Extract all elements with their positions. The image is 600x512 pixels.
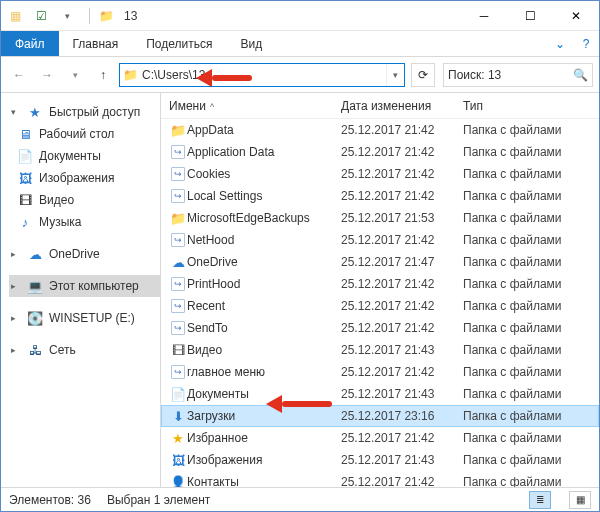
file-row[interactable]: ⬇Загрузки25.12.2017 23:16Папка с файлами bbox=[161, 405, 599, 427]
close-button[interactable]: ✕ bbox=[553, 1, 599, 31]
file-date: 25.12.2017 21:53 bbox=[341, 211, 463, 225]
link-icon: ↪ bbox=[169, 276, 187, 292]
window-title: 13 bbox=[124, 9, 137, 23]
refresh-button[interactable]: ⟳ bbox=[411, 63, 435, 87]
navitem-label: Документы bbox=[39, 149, 101, 163]
view-icons-button[interactable]: ▦ bbox=[569, 491, 591, 509]
explorer-window: ▦ ☑ ▾ 📁 13 ─ ☐ ✕ Файл Главная Поделиться… bbox=[0, 0, 600, 512]
navitem-label: Быстрый доступ bbox=[49, 105, 140, 119]
navigation-pane: ▾ ★ Быстрый доступ 🖥 Рабочий стол 📄 Доку… bbox=[1, 93, 161, 487]
file-name: Local Settings bbox=[187, 189, 341, 203]
chevron-right-icon[interactable]: ▸ bbox=[11, 345, 21, 355]
nav-history-dropdown[interactable]: ▾ bbox=[63, 63, 87, 87]
address-folder-icon: 📁 bbox=[120, 68, 140, 82]
navitem-label: Сеть bbox=[49, 343, 76, 357]
folder-icon: 📁 bbox=[169, 210, 187, 226]
navitem-music[interactable]: ♪ Музыка bbox=[9, 211, 160, 233]
file-type: Папка с файлами bbox=[463, 255, 599, 269]
file-name: Загрузки bbox=[187, 409, 341, 423]
pictures-icon: 🖼 bbox=[17, 170, 33, 186]
file-row[interactable]: ↪Application Data25.12.2017 21:42Папка с… bbox=[161, 141, 599, 163]
file-row[interactable]: ★Избранное25.12.2017 21:42Папка с файлам… bbox=[161, 427, 599, 449]
file-name: Application Data bbox=[187, 145, 341, 159]
navitem-onedrive[interactable]: ▸ ☁ OneDrive bbox=[9, 243, 160, 265]
link-icon: ↪ bbox=[169, 166, 187, 182]
nav-forward-button[interactable]: → bbox=[35, 63, 59, 87]
address-input[interactable] bbox=[140, 64, 386, 86]
search-placeholder: Поиск: 13 bbox=[448, 68, 501, 82]
navitem-drive[interactable]: ▸ 💽 WINSETUP (E:) bbox=[9, 307, 160, 329]
navitem-documents[interactable]: 📄 Документы bbox=[9, 145, 160, 167]
chevron-right-icon[interactable]: ▸ bbox=[11, 281, 21, 291]
search-box[interactable]: Поиск: 13 🔍 bbox=[443, 63, 593, 87]
file-date: 25.12.2017 21:42 bbox=[341, 123, 463, 137]
file-row[interactable]: ↪Recent25.12.2017 21:42Папка с файлами bbox=[161, 295, 599, 317]
navitem-videos[interactable]: 🎞 Видео bbox=[9, 189, 160, 211]
drive-icon: 💽 bbox=[27, 310, 43, 326]
link-icon: ↪ bbox=[169, 298, 187, 314]
file-name: Видео bbox=[187, 343, 341, 357]
minimize-button[interactable]: ─ bbox=[461, 1, 507, 31]
file-date: 25.12.2017 21:42 bbox=[341, 277, 463, 291]
help-icon[interactable]: ? bbox=[573, 31, 599, 56]
nav-back-button[interactable]: ← bbox=[7, 63, 31, 87]
sort-indicator-icon: ^ bbox=[210, 102, 214, 112]
qat-properties-icon[interactable]: ☑ bbox=[33, 8, 49, 24]
file-name: SendTo bbox=[187, 321, 341, 335]
file-row[interactable]: ↪NetHood25.12.2017 21:42Папка с файлами bbox=[161, 229, 599, 251]
tab-share[interactable]: Поделиться bbox=[132, 31, 226, 56]
navitem-label: Изображения bbox=[39, 171, 114, 185]
file-row[interactable]: ↪SendTo25.12.2017 21:42Папка с файлами bbox=[161, 317, 599, 339]
file-row[interactable]: ↪PrintHood25.12.2017 21:42Папка с файлам… bbox=[161, 273, 599, 295]
file-row[interactable]: 🖼Изображения25.12.2017 21:43Папка с файл… bbox=[161, 449, 599, 471]
qat-dropdown-icon[interactable]: ▾ bbox=[59, 8, 75, 24]
file-date: 25.12.2017 21:43 bbox=[341, 453, 463, 467]
file-row[interactable]: 📄Документы25.12.2017 21:43Папка с файлам… bbox=[161, 383, 599, 405]
column-date[interactable]: Дата изменения bbox=[341, 99, 463, 113]
file-row[interactable]: 📁AppData25.12.2017 21:42Папка с файлами bbox=[161, 119, 599, 141]
file-row[interactable]: 📁MicrosoftEdgeBackups25.12.2017 21:53Пап… bbox=[161, 207, 599, 229]
file-row[interactable]: 🎞Видео25.12.2017 21:43Папка с файлами bbox=[161, 339, 599, 361]
column-type[interactable]: Тип bbox=[463, 99, 599, 113]
address-dropdown-icon[interactable]: ▾ bbox=[386, 64, 404, 86]
file-row[interactable]: ↪Local Settings25.12.2017 21:42Папка с ф… bbox=[161, 185, 599, 207]
nav-up-button[interactable]: ↑ bbox=[91, 63, 115, 87]
view-details-button[interactable]: ≣ bbox=[529, 491, 551, 509]
navitem-desktop[interactable]: 🖥 Рабочий стол bbox=[9, 123, 160, 145]
file-row[interactable]: 👤Контакты25.12.2017 21:42Папка с файлами bbox=[161, 471, 599, 487]
file-row[interactable]: ↪главное меню25.12.2017 21:42Папка с фай… bbox=[161, 361, 599, 383]
file-name: Изображения bbox=[187, 453, 341, 467]
navitem-this-pc[interactable]: ▸ 💻 Этот компьютер bbox=[9, 275, 160, 297]
onedrive-icon: ☁ bbox=[169, 254, 187, 270]
navitem-quick-access[interactable]: ▾ ★ Быстрый доступ bbox=[9, 101, 160, 123]
tab-home[interactable]: Главная bbox=[59, 31, 133, 56]
ribbon-expand-icon[interactable]: ⌄ bbox=[547, 31, 573, 56]
address-bar[interactable]: 📁 ▾ bbox=[119, 63, 405, 87]
navitem-label: Этот компьютер bbox=[49, 279, 139, 293]
status-bar: Элементов: 36 Выбран 1 элемент ≣ ▦ bbox=[1, 487, 599, 511]
navitem-label: WINSETUP (E:) bbox=[49, 311, 135, 325]
tab-file[interactable]: Файл bbox=[1, 31, 59, 56]
file-date: 25.12.2017 21:42 bbox=[341, 299, 463, 313]
file-row[interactable]: ↪Cookies25.12.2017 21:42Папка с файлами bbox=[161, 163, 599, 185]
maximize-button[interactable]: ☐ bbox=[507, 1, 553, 31]
navitem-pictures[interactable]: 🖼 Изображения bbox=[9, 167, 160, 189]
file-list[interactable]: 📁AppData25.12.2017 21:42Папка с файлами↪… bbox=[161, 119, 599, 487]
file-list-area: Имени^ Дата изменения Тип 📁AppData25.12.… bbox=[161, 93, 599, 487]
titlebar-folder-icon: 📁 bbox=[98, 8, 114, 24]
ribbon-tabs: Файл Главная Поделиться Вид ⌄ ? bbox=[1, 31, 599, 57]
chevron-right-icon[interactable]: ▸ bbox=[11, 313, 21, 323]
file-row[interactable]: ☁OneDrive25.12.2017 21:47Папка с файлами bbox=[161, 251, 599, 273]
file-date: 25.12.2017 21:42 bbox=[341, 189, 463, 203]
titlebar: ▦ ☑ ▾ 📁 13 ─ ☐ ✕ bbox=[1, 1, 599, 31]
tab-view[interactable]: Вид bbox=[226, 31, 276, 56]
file-type: Папка с файлами bbox=[463, 431, 599, 445]
contacts-icon: 👤 bbox=[169, 474, 187, 487]
chevron-down-icon[interactable]: ▾ bbox=[11, 107, 21, 117]
file-date: 25.12.2017 21:42 bbox=[341, 475, 463, 487]
file-type: Папка с файлами bbox=[463, 475, 599, 487]
file-date: 25.12.2017 21:42 bbox=[341, 321, 463, 335]
column-name[interactable]: Имени^ bbox=[169, 99, 341, 113]
navitem-network[interactable]: ▸ 🖧 Сеть bbox=[9, 339, 160, 361]
chevron-right-icon[interactable]: ▸ bbox=[11, 249, 21, 259]
